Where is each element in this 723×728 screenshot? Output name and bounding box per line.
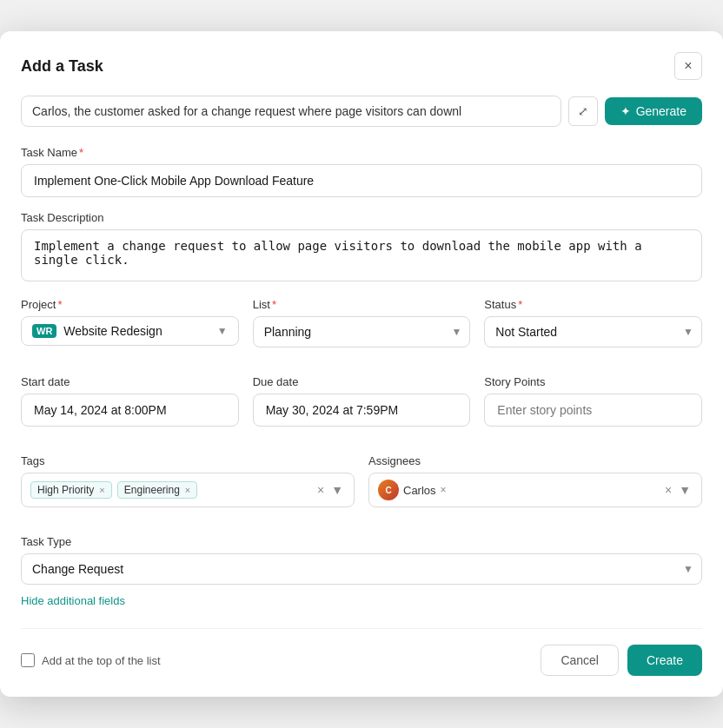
- status-label: Status *: [484, 298, 702, 311]
- start-date-group: Start date: [21, 375, 239, 427]
- status-select-wrapper: Not Started In Progress Done ▼: [484, 316, 702, 347]
- generate-button[interactable]: ✦ Generate: [605, 97, 702, 125]
- project-list-status-row: Project * WR Website Redesign ▼ List * P…: [21, 298, 702, 361]
- story-points-group: Story Points: [484, 375, 702, 427]
- assignees-actions: × ▼: [663, 481, 693, 499]
- list-select[interactable]: Planning In Progress Done: [253, 316, 471, 347]
- project-value: Website Redesign: [63, 324, 209, 338]
- start-date-input[interactable]: [21, 394, 239, 427]
- task-type-select-wrapper: Change Request Bug Feature Improvement ▼: [21, 553, 702, 585]
- task-description-label: Task Description: [21, 211, 702, 224]
- status-select[interactable]: Not Started In Progress Done: [484, 316, 702, 347]
- assignees-clear-button[interactable]: ×: [663, 481, 673, 499]
- assignee-carlos-avatar: C: [378, 480, 399, 500]
- task-name-group: Task Name *: [21, 146, 702, 197]
- create-button[interactable]: Create: [627, 645, 702, 676]
- task-description-input[interactable]: Implement a change request to allow page…: [21, 229, 702, 281]
- tag-engineering-label: Engineering: [124, 484, 180, 496]
- prompt-row: ⤢ ✦ Generate: [21, 96, 702, 127]
- project-group: Project * WR Website Redesign ▼: [21, 298, 239, 347]
- tags-dropdown-button[interactable]: ▼: [329, 481, 345, 499]
- task-type-group: Task Type Change Request Bug Feature Imp…: [21, 535, 702, 585]
- status-group: Status * Not Started In Progress Done ▼: [484, 298, 702, 347]
- start-date-label: Start date: [21, 375, 239, 388]
- list-group: List * Planning In Progress Done ▼: [253, 298, 471, 347]
- dates-story-row: Start date Due date Story Points: [21, 375, 702, 440]
- tag-engineering-remove[interactable]: ×: [185, 485, 190, 495]
- assignees-box[interactable]: C Carlos × × ▼: [368, 473, 702, 507]
- list-select-wrapper: Planning In Progress Done ▼: [253, 316, 471, 347]
- task-name-input[interactable]: [21, 164, 702, 197]
- hide-fields-link[interactable]: Hide additional fields: [21, 594, 125, 607]
- task-type-select[interactable]: Change Request Bug Feature Improvement: [21, 553, 702, 585]
- top-of-list-label: Add at the top of the list: [42, 654, 161, 667]
- footer-left: Add at the top of the list: [21, 653, 161, 667]
- tag-high-priority-label: High Priority: [37, 484, 94, 496]
- tag-high-priority: High Priority ×: [30, 481, 112, 499]
- task-type-label: Task Type: [21, 535, 702, 548]
- assignee-carlos-name: Carlos: [403, 484, 436, 497]
- expand-button[interactable]: ⤢: [568, 96, 598, 126]
- modal-header: Add a Task ×: [21, 52, 702, 80]
- expand-icon: ⤢: [578, 104, 588, 118]
- due-date-group: Due date: [253, 375, 471, 427]
- tags-label: Tags: [21, 454, 355, 467]
- project-badge: WR: [32, 324, 56, 338]
- project-chevron-icon: ▼: [217, 325, 228, 337]
- spark-icon: ✦: [620, 104, 631, 118]
- close-button[interactable]: ×: [674, 52, 702, 80]
- story-points-label: Story Points: [484, 375, 702, 388]
- project-select[interactable]: WR Website Redesign ▼: [21, 316, 239, 346]
- add-task-modal: Add a Task × ⤢ ✦ Generate Task Name * Ta…: [0, 31, 723, 697]
- modal-title: Add a Task: [21, 57, 103, 76]
- cancel-button[interactable]: Cancel: [541, 645, 619, 676]
- assignees-group: Assignees C Carlos × × ▼: [368, 454, 702, 507]
- task-name-label: Task Name *: [21, 146, 702, 159]
- project-label: Project *: [21, 298, 239, 311]
- assignee-carlos-remove[interactable]: ×: [441, 484, 447, 496]
- assignees-dropdown-button[interactable]: ▼: [677, 481, 693, 499]
- required-marker: *: [79, 146, 83, 159]
- tags-assignees-row: Tags High Priority × Engineering × × ▼ A…: [21, 454, 702, 521]
- due-date-input[interactable]: [253, 394, 471, 427]
- top-of-list-checkbox[interactable]: [21, 653, 35, 667]
- modal-footer: Add at the top of the list Cancel Create: [21, 628, 702, 676]
- prompt-input[interactable]: [21, 96, 561, 127]
- tags-group: Tags High Priority × Engineering × × ▼: [21, 454, 355, 507]
- tag-high-priority-remove[interactable]: ×: [99, 485, 104, 495]
- tags-actions: × ▼: [315, 481, 345, 499]
- task-description-group: Task Description Implement a change requ…: [21, 211, 702, 284]
- generate-label: Generate: [636, 104, 687, 118]
- story-points-input[interactable]: [484, 394, 702, 427]
- tags-clear-button[interactable]: ×: [315, 481, 326, 499]
- assignee-carlos: C Carlos ×: [378, 480, 447, 500]
- assignees-label: Assignees: [368, 454, 702, 467]
- tags-box[interactable]: High Priority × Engineering × × ▼: [21, 473, 355, 507]
- list-label: List *: [253, 298, 471, 311]
- footer-right: Cancel Create: [541, 645, 702, 676]
- due-date-label: Due date: [253, 375, 471, 388]
- tag-engineering: Engineering ×: [117, 481, 198, 499]
